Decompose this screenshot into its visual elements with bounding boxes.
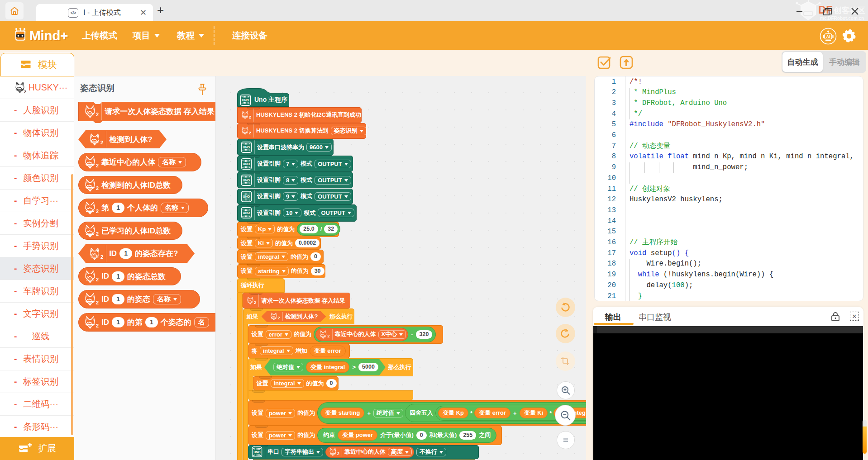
svg-text:2: 2 [24, 90, 26, 94]
svg-text:mc.DFRobot.com.cn: mc.DFRobot.com.cn [820, 16, 864, 21]
svg-text:AI: AI [826, 34, 830, 39]
svg-text:创客社区: 创客社区 [833, 6, 866, 15]
